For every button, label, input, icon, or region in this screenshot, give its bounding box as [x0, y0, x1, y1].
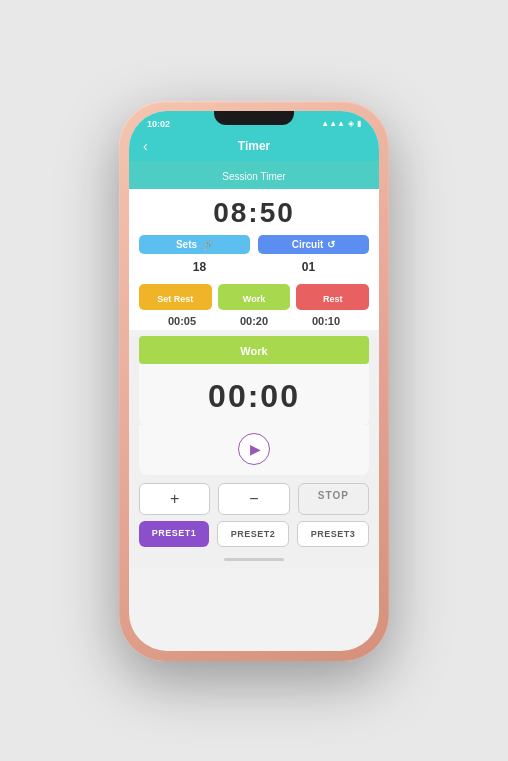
session-label-bar: Session Timer: [129, 161, 379, 189]
timer-values-row: 00:05 00:20 00:10: [149, 312, 359, 330]
bottom-controls: + − STOP PRESET1 PRESET2 PRESET3: [129, 475, 379, 551]
work-label: Work: [243, 294, 265, 304]
sets-link-icon: 🔗: [201, 239, 213, 250]
timer-values-container: 00:05 00:20 00:10: [139, 312, 369, 330]
work-value: 00:20: [221, 312, 287, 330]
plus-minus-row: + − STOP: [139, 483, 369, 515]
preset3-button[interactable]: PRESET3: [297, 521, 369, 547]
notch: [214, 111, 294, 125]
stop-button[interactable]: STOP: [298, 483, 369, 515]
presets-row: PRESET1 PRESET2 PRESET3: [139, 521, 369, 547]
battery-icon: ▮: [357, 119, 361, 128]
sets-label: Sets: [176, 239, 197, 250]
phone-screen: 10:02 ▲▲▲ ◈ ▮ ‹ Timer Session Timer 08:5…: [129, 111, 379, 651]
signal-icon: ▲▲▲: [321, 119, 345, 128]
preset2-button[interactable]: PRESET2: [217, 521, 289, 547]
work-section-label: Work: [240, 345, 267, 357]
plus-button[interactable]: +: [139, 483, 210, 515]
header: ‹ Timer: [129, 135, 379, 161]
circuit-button[interactable]: Circuit ↺: [258, 235, 369, 254]
timer-labels-row: Set Rest Work Rest: [139, 284, 369, 310]
session-label: Session Timer: [222, 171, 285, 182]
rest-button[interactable]: Rest: [296, 284, 369, 310]
status-time: 10:02: [147, 119, 170, 129]
sets-value: 18: [149, 260, 250, 274]
play-icon: ▶: [250, 441, 261, 457]
big-timer: 00:00: [139, 378, 369, 415]
play-section: ▶: [139, 425, 369, 475]
back-button[interactable]: ‹: [143, 138, 148, 154]
circuit-value: 01: [258, 260, 359, 274]
preset1-button[interactable]: PRESET1: [139, 521, 209, 547]
rest-value: 00:10: [293, 312, 359, 330]
sets-button[interactable]: Sets 🔗: [139, 235, 250, 254]
work-button[interactable]: Work: [218, 284, 291, 310]
header-title: Timer: [238, 139, 270, 153]
home-indicator: [129, 551, 379, 569]
set-rest-value: 00:05: [149, 312, 215, 330]
work-label-bar: Work: [139, 336, 369, 364]
phone-frame: 10:02 ▲▲▲ ◈ ▮ ‹ Timer Session Timer 08:5…: [119, 101, 389, 661]
values-row: 18 01: [149, 258, 359, 280]
circuit-label: Circuit: [292, 239, 324, 250]
minus-button[interactable]: −: [218, 483, 289, 515]
session-section: Session Timer 08:50 Sets 🔗 Circuit ↺ 18 …: [129, 161, 379, 330]
rest-label: Rest: [323, 294, 343, 304]
sets-circuit-values: 18 01: [139, 258, 369, 280]
session-time: 08:50: [129, 189, 379, 235]
big-timer-section: 00:00: [139, 364, 369, 425]
set-rest-label: Set Rest: [157, 294, 193, 304]
sets-circuit-row: Sets 🔗 Circuit ↺: [139, 235, 369, 254]
home-bar: [224, 558, 284, 561]
work-section: Work 00:00 ▶: [129, 336, 379, 475]
circuit-refresh-icon: ↺: [327, 239, 335, 250]
set-rest-button[interactable]: Set Rest: [139, 284, 212, 310]
play-button[interactable]: ▶: [238, 433, 270, 465]
wifi-icon: ◈: [348, 119, 354, 128]
status-icons: ▲▲▲ ◈ ▮: [321, 119, 361, 128]
